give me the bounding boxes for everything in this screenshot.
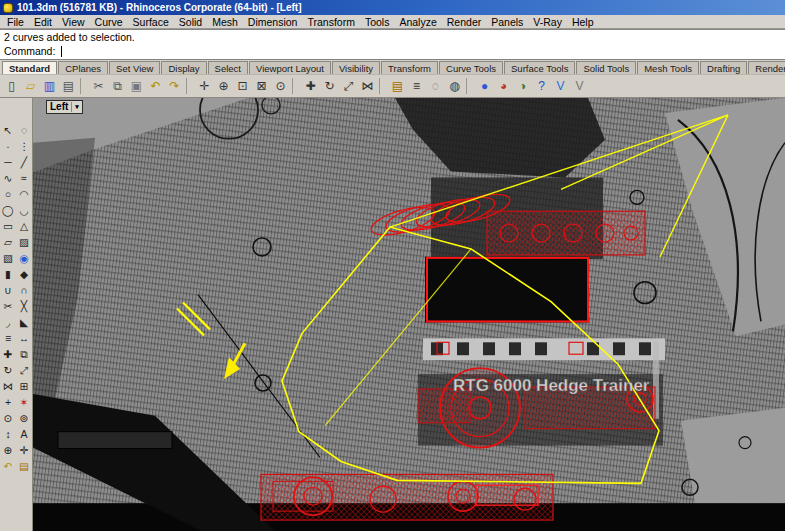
redo-icon[interactable]: ↷ [165, 77, 184, 96]
render-preview-icon[interactable]: ◕ [494, 77, 513, 96]
title-bar[interactable]: 101.3dm (516781 KB) - Rhinoceros Corpora… [0, 0, 785, 15]
menu-item[interactable]: Curve [90, 16, 128, 28]
cylinder-tool[interactable]: ▮ [0, 266, 16, 282]
chamfer-tool[interactable]: ◣ [16, 314, 32, 330]
dimension-tool[interactable]: ↕ [0, 426, 16, 442]
menu-item[interactable]: Dimension [243, 16, 303, 28]
toolbar-tab[interactable]: Standard [2, 61, 57, 74]
zoom-selected-icon[interactable]: ⊙ [271, 77, 290, 96]
menu-item[interactable]: Tools [360, 16, 395, 28]
pan-view-icon[interactable]: ✛ [195, 77, 214, 96]
sphere-tool[interactable]: ◉ [16, 250, 32, 266]
arc-3pt-tool[interactable]: ◡ [16, 202, 32, 218]
toolbar-tab[interactable]: Drafting [700, 61, 747, 74]
render-icon[interactable]: ● [475, 77, 494, 96]
fillet-tool[interactable]: ◞ [0, 314, 16, 330]
zoom-extents-icon[interactable]: ⊠ [252, 77, 271, 96]
separator[interactable] [80, 78, 87, 94]
menu-item[interactable]: Surface [128, 16, 174, 28]
toolbar-tab[interactable]: Visibility [332, 61, 380, 74]
arc-tool[interactable]: ◠ [16, 186, 32, 202]
save-file-icon[interactable]: ▥ [40, 77, 59, 96]
viewport-canvas[interactable]: RTG 6000 Hedge Trainer [33, 98, 785, 531]
menu-item[interactable]: Solid [174, 16, 207, 28]
menu-item[interactable]: Edit [29, 16, 57, 28]
help-icon[interactable]: ? [532, 77, 551, 96]
box-tool[interactable]: ▧ [0, 250, 16, 266]
viewport-title-text[interactable]: Left [50, 101, 68, 113]
curve-tool[interactable]: ∿ [0, 170, 16, 186]
trim-tool[interactable]: ✂ [0, 298, 16, 314]
select-objects-tool[interactable]: ↖ [0, 122, 16, 138]
boolean-union-tool[interactable]: ∪ [0, 282, 16, 298]
toolbar-tab[interactable]: Surface Tools [504, 61, 575, 74]
line-tool[interactable]: ─ [0, 154, 16, 170]
rotate-icon[interactable]: ↻ [320, 77, 339, 96]
model-watermark-text[interactable]: RTG 6000 Hedge Trainer [453, 376, 650, 395]
toolbar-tab[interactable]: Render Tools [748, 61, 785, 74]
separator[interactable] [379, 78, 386, 94]
offset-curve-tool[interactable]: ⊚ [16, 410, 32, 426]
polygon-tool[interactable]: △ [16, 218, 32, 234]
mirror-icon[interactable]: ⋈ [358, 77, 377, 96]
undo-icon[interactable]: ↶ [146, 77, 165, 96]
offset-tool[interactable]: ≡ [0, 330, 16, 346]
viewport-title[interactable]: Left ▾ [46, 100, 83, 114]
menu-item[interactable]: File [2, 16, 29, 28]
zoom-tool[interactable]: ⊕ [0, 442, 16, 458]
move-icon[interactable]: ✚ [301, 77, 320, 96]
scale-tool[interactable]: ⤢ [16, 362, 32, 378]
pan-tool[interactable]: ✛ [16, 442, 32, 458]
cut-icon[interactable]: ✂ [89, 77, 108, 96]
menu-item[interactable]: Help [567, 16, 599, 28]
point-cloud-tool[interactable]: ⋮ [16, 138, 32, 154]
viewport-left[interactable]: Left ▾ [33, 98, 785, 531]
toolbar-tab[interactable]: Mesh Tools [637, 61, 699, 74]
scale-icon[interactable]: ⤢ [339, 77, 358, 96]
rotate-tool[interactable]: ↻ [0, 362, 16, 378]
open-file-icon[interactable]: ▱ [21, 77, 40, 96]
array-tool[interactable]: ⊞ [16, 378, 32, 394]
menu-item[interactable]: V-Ray [528, 16, 567, 28]
menu-item[interactable]: Mesh [207, 16, 243, 28]
toolbar-tab[interactable]: Transform [381, 61, 438, 74]
text-tool[interactable]: A [16, 426, 32, 442]
join-tool[interactable]: + [0, 394, 16, 410]
command-line[interactable]: Command: [0, 43, 785, 59]
menu-item[interactable]: View [57, 16, 90, 28]
menu-item[interactable]: Panels [486, 16, 528, 28]
curve-boolean-tool[interactable]: ⊙ [0, 410, 16, 426]
print-icon[interactable]: ▤ [59, 77, 78, 96]
paste-icon[interactable]: ▣ [127, 77, 146, 96]
curve-through-points-tool[interactable]: ≈ [16, 170, 32, 186]
zoom-dynamic-icon[interactable]: ⊕ [214, 77, 233, 96]
mirror-tool[interactable]: ⋈ [0, 378, 16, 394]
toolbar-tab[interactable]: Select [208, 61, 248, 74]
hide-objects-icon[interactable]: ◌ [426, 77, 445, 96]
boolean-difference-tool[interactable]: ∩ [16, 282, 32, 298]
menu-item[interactable]: Transform [302, 16, 359, 28]
layer-tool[interactable]: ▤ [16, 458, 32, 474]
cone-tool[interactable]: ◆ [16, 266, 32, 282]
menu-item[interactable]: Analyze [394, 16, 441, 28]
toolbar-tab[interactable]: Solid Tools [576, 61, 636, 74]
zoom-window-icon[interactable]: ⊡ [233, 77, 252, 96]
toolbar-tab[interactable]: Curve Tools [439, 61, 503, 74]
copy-icon[interactable]: ⧉ [108, 77, 127, 96]
circle-tool[interactable]: ○ [0, 186, 16, 202]
layers-icon[interactable]: ▤ [388, 77, 407, 96]
ellipse-tool[interactable]: ◯ [0, 202, 16, 218]
separator[interactable] [186, 78, 193, 94]
wireframe-mesh-model[interactable] [33, 98, 785, 531]
extend-tool[interactable]: ↔ [16, 330, 32, 346]
menu-item[interactable]: Render [442, 16, 486, 28]
show-objects-icon[interactable]: ◍ [445, 77, 464, 96]
separator[interactable] [466, 78, 473, 94]
explode-tool[interactable]: ✶ [16, 394, 32, 410]
shaded-view-icon[interactable]: ◑ [513, 77, 532, 96]
toolbar-tab[interactable]: CPlanes [58, 61, 108, 74]
split-tool[interactable]: ╳ [16, 298, 32, 314]
plane-tool[interactable]: ▱ [0, 234, 16, 250]
toolbar-tab[interactable]: Display [161, 61, 206, 74]
toolbar-tab[interactable]: Viewport Layout [249, 61, 331, 74]
